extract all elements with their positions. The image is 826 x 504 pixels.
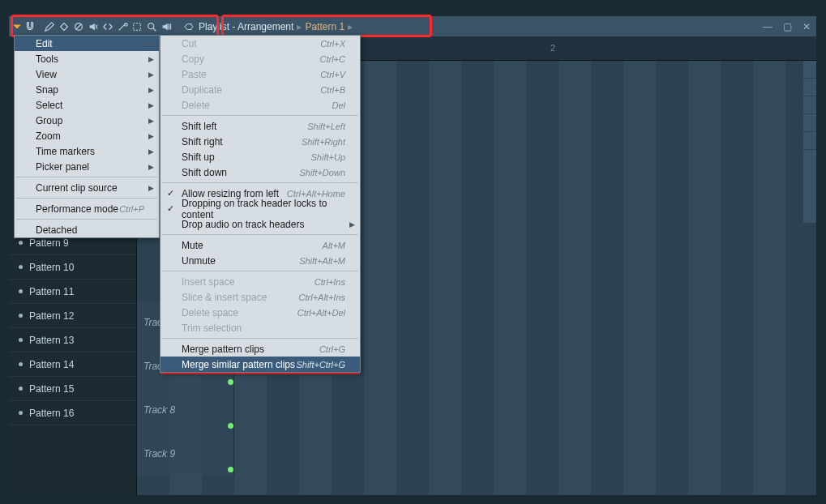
menu-unmute[interactable]: UnmuteShift+Alt+M: [160, 253, 360, 268]
magnet-icon[interactable]: [24, 20, 36, 33]
minimize-icon[interactable]: —: [761, 20, 774, 33]
picker-item[interactable]: Pattern 13: [9, 328, 136, 352]
svg-rect-8: [170, 23, 171, 29]
edit-submenu: CutCtrl+X CopyCtrl+C PasteCtrl+V Duplica…: [160, 35, 361, 373]
menu-select[interactable]: Select▶: [15, 97, 159, 113]
track-active-dot[interactable]: [228, 467, 233, 472]
zoom-icon[interactable]: [145, 20, 158, 33]
track-row[interactable]: Track 9: [137, 432, 816, 476]
menu-dropdown-icon[interactable]: [12, 20, 22, 33]
menu-shift-up[interactable]: Shift upShift+Up: [160, 149, 360, 164]
menu-snap[interactable]: Snap▶: [15, 82, 159, 97]
menu-copy: CopyCtrl+C: [160, 51, 360, 66]
playback-icon[interactable]: [160, 20, 173, 33]
right-panel-button[interactable]: [803, 96, 816, 114]
menu-trim-selection: Trim selection: [160, 320, 360, 335]
menu-duplicate: DuplicateCtrl+B: [160, 82, 360, 97]
menu-separator: [16, 198, 157, 199]
playlist-options-menu: Edit▶ Tools▶ View▶ Snap▶ Select▶ Group▶ …: [14, 35, 160, 238]
menu-cut: CutCtrl+X: [160, 36, 360, 51]
menu-separator: [162, 271, 358, 271]
menu-shift-left[interactable]: Shift leftShift+Left: [160, 118, 360, 134]
menu-drop-audio[interactable]: Drop audio on track headers▶: [160, 216, 360, 232]
track-row[interactable]: Track 8: [137, 388, 816, 432]
arrangement-icon: [182, 20, 195, 33]
menu-drop-locks[interactable]: ✓Dropping on track header locks to conte…: [160, 201, 360, 216]
chevron-right-icon: ▸: [297, 21, 302, 32]
right-panel-button[interactable]: [803, 132, 816, 150]
picker-item[interactable]: Pattern 12: [9, 304, 136, 328]
slice-icon[interactable]: [116, 20, 129, 33]
menu-separator: [16, 219, 157, 220]
menu-time-markers[interactable]: Time markers▶: [15, 143, 159, 159]
svg-line-1: [76, 23, 82, 29]
menu-current-clip-source[interactable]: Current clip source▶: [15, 180, 159, 195]
paint-icon[interactable]: [58, 20, 71, 33]
mute-icon[interactable]: [87, 20, 100, 33]
toolbar: [9, 16, 176, 36]
title-bar: Playlist - Arrangement ▸ Pattern 1 ▸ — ▢…: [9, 16, 816, 36]
picker-item[interactable]: Pattern 10: [9, 255, 136, 280]
right-panel-button[interactable]: [803, 79, 816, 96]
track-active-dot[interactable]: [228, 379, 233, 385]
menu-tools[interactable]: Tools▶: [15, 51, 159, 66]
menu-merge-pattern-clips[interactable]: Merge pattern clipsCtrl+G: [160, 341, 360, 357]
track-header[interactable]: Track 9: [137, 432, 234, 476]
menu-separator: [162, 182, 358, 183]
right-panel-button[interactable]: [803, 114, 816, 132]
close-icon[interactable]: ✕: [800, 20, 813, 33]
menu-paste: PasteCtrl+V: [160, 66, 360, 82]
svg-line-6: [153, 28, 156, 31]
maximize-icon[interactable]: ▢: [781, 20, 794, 33]
menu-insert-space: Insert spaceCtrl+Ins: [160, 274, 360, 289]
right-panel-button[interactable]: [803, 61, 816, 79]
svg-rect-4: [134, 23, 141, 30]
menu-view[interactable]: View▶: [15, 66, 159, 82]
picker-item[interactable]: Pattern 15: [9, 377, 136, 401]
menu-separator: [162, 234, 358, 235]
breadcrumb[interactable]: Playlist - Arrangement ▸ Pattern 1 ▸: [182, 20, 353, 33]
picker-item[interactable]: Pattern 14: [9, 352, 136, 377]
select-icon[interactable]: [131, 20, 143, 33]
menu-separator: [162, 115, 358, 116]
breadcrumb-root: Playlist - Arrangement: [199, 21, 293, 32]
pencil-icon[interactable]: [43, 20, 56, 33]
menu-picker-panel[interactable]: Picker panel▶: [15, 159, 159, 174]
menu-delete: DeleteDel: [160, 97, 360, 113]
track-header[interactable]: Track 8: [137, 388, 234, 432]
menu-zoom[interactable]: Zoom▶: [15, 128, 159, 143]
svg-point-5: [148, 23, 154, 28]
disable-icon[interactable]: [72, 20, 85, 33]
menu-separator: [16, 177, 157, 177]
picker-item[interactable]: Pattern 16: [9, 401, 136, 425]
ruler-tick: 2: [550, 43, 555, 53]
window-controls: — ▢ ✕: [761, 20, 813, 33]
menu-shift-down[interactable]: Shift downShift+Down: [160, 164, 360, 180]
menu-merge-similar-pattern-clips[interactable]: Merge similar pattern clipsShift+Ctrl+G: [160, 357, 360, 372]
track-active-dot[interactable]: [228, 423, 233, 429]
right-panel: [803, 61, 816, 223]
menu-edit[interactable]: Edit▶: [15, 36, 159, 51]
menu-slice-insert: Slice & insert spaceCtrl+Alt+Ins: [160, 289, 360, 305]
menu-detached[interactable]: Detached: [15, 222, 159, 237]
svg-rect-7: [169, 23, 169, 29]
slip-icon[interactable]: [101, 20, 114, 33]
menu-group[interactable]: Group▶: [15, 113, 159, 128]
menu-delete-space: Delete spaceCtrl+Alt+Del: [160, 305, 360, 320]
picker-item[interactable]: Pattern 11: [9, 280, 136, 304]
menu-mute[interactable]: MuteAlt+M: [160, 237, 360, 253]
chevron-right-icon: ▸: [348, 21, 353, 32]
menu-separator: [162, 338, 358, 339]
menu-shift-right[interactable]: Shift rightShift+Right: [160, 134, 360, 149]
breadcrumb-current[interactable]: Pattern 1: [305, 21, 345, 32]
menu-performance-mode[interactable]: Performance modeCtrl+P: [15, 201, 159, 216]
